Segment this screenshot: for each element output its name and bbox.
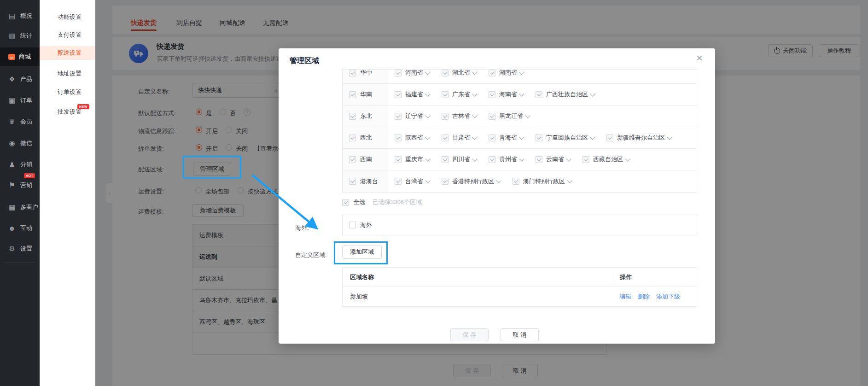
province-item[interactable]: 甘肃省 [442, 134, 477, 142]
edit-link[interactable]: 编辑 [619, 292, 631, 301]
province-checkbox[interactable] [442, 156, 449, 163]
submenu-item-order[interactable]: 订单设置 [40, 85, 95, 99]
chevron-down-icon[interactable] [425, 113, 430, 118]
chevron-down-icon[interactable] [525, 113, 530, 118]
modal-cancel-button[interactable]: 取 消 [501, 328, 539, 341]
chevron-down-icon[interactable] [425, 70, 430, 75]
province-checkbox[interactable] [442, 91, 449, 98]
province-item[interactable]: 宁夏回族自治区 [536, 134, 594, 142]
province-checkbox[interactable] [442, 135, 449, 141]
chevron-down-icon[interactable] [496, 178, 501, 183]
chevron-down-icon[interactable] [472, 91, 477, 96]
chevron-down-icon[interactable] [472, 135, 477, 140]
chevron-down-icon[interactable] [425, 91, 430, 96]
province-checkbox[interactable] [536, 156, 542, 163]
chevron-down-icon[interactable] [519, 70, 524, 75]
region-checkbox[interactable] [349, 156, 356, 163]
province-item[interactable]: 河南省 [395, 69, 430, 77]
sidebar-item-distribution[interactable]: ♟分销 [0, 155, 40, 174]
region-checkbox[interactable] [349, 135, 356, 141]
chevron-down-icon[interactable] [425, 178, 430, 183]
province-checkbox[interactable] [395, 91, 402, 98]
province-item[interactable]: 吉林省 [442, 112, 477, 120]
sidebar-item-order[interactable]: ▣订单 [0, 91, 40, 110]
select-all-checkbox[interactable] [342, 199, 349, 206]
province-item[interactable]: 四川省 [442, 155, 477, 164]
province-checkbox[interactable] [489, 91, 495, 98]
province-checkbox[interactable] [489, 135, 495, 141]
province-checkbox[interactable] [395, 70, 402, 76]
province-checkbox[interactable] [442, 70, 449, 76]
close-icon[interactable]: × [696, 53, 703, 64]
sidebar-item-interact[interactable]: ☻互动 [0, 219, 40, 237]
province-checkbox[interactable] [489, 70, 495, 76]
sidebar-item-marketing[interactable]: ⚑营销HOT [0, 176, 40, 194]
sidebar-item-member[interactable]: ♛会员 [0, 112, 40, 131]
chevron-down-icon[interactable] [425, 135, 430, 140]
province-item[interactable]: 辽宁省 [395, 112, 430, 120]
chevron-down-icon[interactable] [625, 156, 630, 161]
submenu-item-address[interactable]: 地址设置 [40, 67, 95, 81]
submenu-item-payment[interactable]: 支付设置 [40, 28, 95, 42]
province-checkbox[interactable] [513, 178, 519, 185]
province-checkbox[interactable] [395, 156, 402, 163]
chevron-down-icon[interactable] [519, 156, 524, 161]
chevron-down-icon[interactable] [472, 156, 477, 161]
delete-link[interactable]: 删除 [638, 292, 650, 301]
sidebar-item-stats[interactable]: ▥统计 [0, 27, 40, 45]
province-item[interactable]: 广东省 [442, 90, 477, 99]
province-item[interactable]: 香港特别行政区 [442, 177, 501, 186]
province-checkbox[interactable] [536, 91, 542, 98]
sidebar-item-settings[interactable]: ⚙设置 [0, 240, 40, 258]
region-checkbox[interactable] [349, 91, 356, 98]
submenu-item-wholesale[interactable]: 批发设置NEW [40, 105, 95, 119]
sidebar-item-product[interactable]: ❖产品 [0, 70, 40, 88]
province-item[interactable]: 青海省 [489, 134, 524, 142]
chevron-down-icon[interactable] [566, 156, 571, 161]
chevron-down-icon[interactable] [519, 91, 524, 96]
province-checkbox[interactable] [489, 156, 495, 163]
province-checkbox[interactable] [395, 135, 402, 141]
province-item[interactable]: 云南省 [536, 155, 571, 164]
chevron-down-icon[interactable] [472, 70, 477, 75]
chevron-down-icon[interactable] [425, 156, 430, 161]
province-item[interactable]: 台湾省 [395, 177, 430, 186]
region-checkbox[interactable] [349, 178, 356, 185]
province-checkbox[interactable] [536, 135, 542, 141]
overseas-checkbox[interactable] [349, 222, 356, 228]
province-item[interactable]: 广西壮族自治区 [536, 90, 594, 99]
region-checkbox[interactable] [349, 70, 356, 76]
province-checkbox[interactable] [442, 113, 449, 120]
province-item[interactable]: 重庆市 [395, 155, 430, 164]
province-checkbox[interactable] [442, 178, 449, 185]
province-item[interactable]: 湖南省 [489, 69, 524, 77]
province-checkbox[interactable] [489, 113, 495, 120]
province-item[interactable]: 澳门特别行政区 [513, 177, 571, 186]
province-item[interactable]: 黑龙江省 [489, 112, 530, 120]
sidebar-item-wechat[interactable]: ◉微信 [0, 134, 40, 152]
chevron-down-icon[interactable] [590, 135, 595, 140]
province-item[interactable]: 西藏自治区 [583, 155, 629, 164]
province-checkbox[interactable] [395, 178, 402, 185]
submenu-item-delivery[interactable]: 配送设置 [40, 46, 95, 60]
province-checkbox[interactable] [583, 156, 589, 163]
province-item[interactable]: 陕西省 [395, 134, 430, 142]
sidebar-item-overview[interactable]: ▤概况 [0, 7, 40, 25]
sidebar-item-mall[interactable]: 商城 [0, 47, 40, 66]
province-item[interactable]: 福建省 [395, 90, 430, 99]
modal-save-button[interactable]: 保 存 [450, 328, 489, 341]
province-checkbox[interactable] [395, 113, 402, 120]
region-checkbox[interactable] [349, 113, 356, 120]
province-checkbox[interactable] [606, 135, 613, 141]
chevron-down-icon[interactable] [567, 178, 572, 183]
province-item[interactable]: 湖北省 [442, 69, 477, 77]
province-item[interactable]: 新疆维吾尔自治区 [606, 134, 671, 142]
province-item[interactable]: 贵州省 [489, 155, 524, 164]
chevron-down-icon[interactable] [519, 135, 524, 140]
chevron-down-icon[interactable] [590, 91, 595, 96]
chevron-down-icon[interactable] [472, 113, 477, 118]
submenu-item-function[interactable]: 功能设置 [40, 10, 95, 24]
sidebar-item-multi-merchant[interactable]: ▦多商户 [0, 198, 40, 216]
select-all-row[interactable]: 全选 已选择3306个区域 [342, 198, 422, 206]
add-child-link[interactable]: 添加下级 [656, 292, 680, 301]
